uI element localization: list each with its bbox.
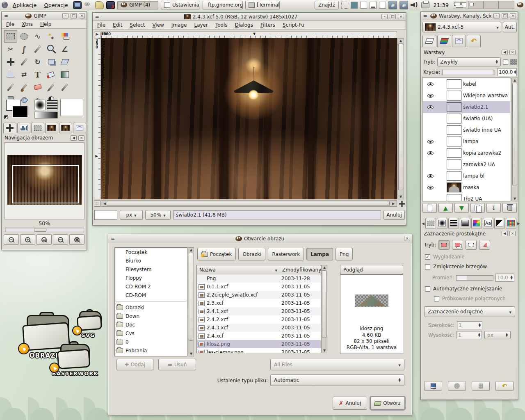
menu-operacje[interactable]: Operacje	[41, 1, 71, 9]
cancel-progress-button[interactable]: Anuluj	[383, 210, 405, 220]
close-button[interactable]: ×	[510, 13, 516, 18]
taskbar-terminal[interactable]: [Terminal]	[245, 1, 280, 9]
navigation-preview[interactable]	[7, 155, 82, 205]
rect-select[interactable]	[4, 30, 17, 43]
visibility-toggle[interactable]	[425, 105, 435, 109]
window-menu-icon[interactable]: =	[422, 13, 428, 19]
auto-button[interactable]: Aut.	[503, 22, 517, 32]
radius-slider[interactable]	[456, 275, 493, 281]
file-row[interactable]: 0.1.1.xcf 2003-11-05	[197, 283, 321, 291]
antialias-checkbox[interactable]: ✓	[425, 254, 430, 260]
tab-fonts[interactable]: Aa	[483, 218, 493, 228]
fuzzy-select[interactable]	[44, 30, 58, 43]
image-window-titlebar[interactable]: = 2.4.3.xcf-5.0 (RGB, 12 warstw) 1485x10…	[93, 13, 406, 21]
keep-transparency-checkbox[interactable]	[503, 59, 508, 65]
filters[interactable]: Filters	[257, 21, 279, 29]
open-dialog-titlebar[interactable]: = Otwarcie obrazu ×	[108, 234, 412, 243]
close-button[interactable]: ×	[398, 14, 404, 19]
file-row[interactable]: 2.3.xcf 2003-11-05	[197, 299, 321, 307]
radius-spinbox[interactable]: 10,0▲▼	[495, 274, 514, 282]
fixed-size-dropdown[interactable]: Zaznaczenie odręczne	[424, 306, 515, 317]
select[interactable]: Select	[126, 21, 148, 29]
height-spinbox[interactable]: 1▲▼	[457, 331, 482, 339]
layer-row[interactable]: kabel	[423, 78, 510, 90]
mode-intersect-button[interactable]	[479, 240, 490, 250]
script-fu[interactable]: Script-Fu	[279, 21, 308, 29]
layer-row[interactable]: lampa	[423, 136, 510, 147]
anchor-layer-button[interactable]: ↧	[486, 203, 501, 213]
view[interactable]: View	[148, 21, 167, 29]
tab-layers[interactable]	[422, 35, 436, 47]
terminal-monitor-icon[interactable]	[73, 1, 82, 9]
toolbox-titlebar[interactable]: = GIMP – □ ×	[2, 12, 87, 20]
file[interactable]: File	[94, 21, 109, 29]
mode-add-button[interactable]	[452, 240, 463, 250]
perspective[interactable]	[4, 68, 17, 81]
layer[interactable]: Layer	[190, 21, 211, 29]
cancel-button[interactable]: ✗Anuluj	[333, 397, 367, 410]
add-bookmark-button[interactable]: ✚Dodaj	[116, 359, 153, 370]
scale[interactable]	[44, 55, 58, 68]
pocz-tek[interactable]: Początek	[197, 248, 236, 260]
file-row[interactable]: Png 2003-11-28	[197, 274, 321, 283]
tab-navigation[interactable]	[3, 123, 16, 133]
file-filter-dropdown[interactable]: All Files	[270, 359, 404, 370]
preview-header-button[interactable]: Podgląd	[340, 265, 403, 274]
tab-menu-icon[interactable]: ◀	[502, 50, 508, 55]
opacity-spinbox[interactable]: 100,0▲▼	[497, 68, 517, 76]
maximize-button[interactable]: □	[71, 13, 77, 18]
pager-workspace-2[interactable]	[468, 1, 484, 9]
paintbrush[interactable]	[17, 81, 31, 94]
feather-checkbox[interactable]	[425, 264, 430, 269]
layers-titlebar[interactable]: = Warstwy, Kanały, Ścieżki, – □ ×	[421, 12, 518, 20]
measure[interactable]	[58, 43, 71, 55]
bookmark-item[interactable]: Cvs	[115, 329, 187, 338]
file[interactable]: File	[2, 20, 18, 28]
visibility-toggle[interactable]	[425, 94, 435, 98]
zoom-dropdown[interactable]: 50%	[145, 210, 171, 220]
shear[interactable]	[58, 55, 71, 68]
pager-workspace-1[interactable]	[453, 1, 468, 9]
tab-image-2[interactable]	[59, 123, 72, 133]
column-modified[interactable]: Zmodyfikowany	[280, 267, 321, 273]
mode-subtract-button[interactable]	[466, 240, 477, 250]
tab-gradients[interactable]	[460, 218, 470, 228]
default-colors-icon[interactable]	[4, 115, 8, 119]
software-icon[interactable]	[95, 1, 104, 9]
restore-options-button[interactable]	[448, 381, 466, 391]
tab-menu-icon[interactable]: ◀	[71, 135, 77, 141]
xtns[interactable]: Xtns	[18, 20, 37, 28]
layer-row[interactable]: zarowka2 UA	[423, 159, 510, 170]
sample-merged-checkbox[interactable]	[434, 296, 439, 301]
window-menu-icon[interactable]: =	[110, 236, 116, 242]
layer-mode-dropdown[interactable]: Zwykły▲▼	[437, 57, 501, 66]
tab-paths[interactable]	[452, 35, 466, 47]
tab-selection[interactable]	[31, 123, 44, 133]
layer-row[interactable]: światło inne UA	[423, 124, 510, 136]
tab-histogram[interactable]	[17, 123, 30, 133]
layer-row[interactable]: Wklejona warstwa	[423, 90, 510, 101]
help[interactable]: Help	[37, 20, 55, 28]
paths[interactable]	[17, 43, 31, 55]
horizontal-scrollbar[interactable]: ◀ ▶	[101, 200, 397, 207]
zoom-in-button[interactable]: +	[20, 234, 35, 245]
visibility-toggle[interactable]	[425, 151, 435, 155]
visibility-toggle[interactable]	[425, 140, 435, 144]
opacity-slider[interactable]	[442, 70, 495, 75]
place-item[interactable]: Floppy	[115, 274, 187, 282]
width-spinbox[interactable]: 1▲▼	[457, 321, 482, 329]
visibility-toggle[interactable]	[425, 174, 435, 178]
workspace-box-5[interactable]	[379, 2, 386, 9]
zoom-fit-button[interactable]: ⌐	[53, 234, 68, 245]
bookmark-item[interactable]: Doc	[115, 320, 187, 329]
image[interactable]: Image	[168, 21, 191, 29]
crop[interactable]	[17, 55, 31, 68]
image-selector-dropdown[interactable]: 2.4.3.xcf-5	[422, 22, 501, 32]
gimp-tray-icon[interactable]	[517, 2, 523, 7]
workspace-box-1[interactable]	[341, 2, 348, 9]
bucket-fill[interactable]	[44, 68, 58, 81]
scissors[interactable]	[4, 43, 17, 55]
select-by-color[interactable]	[58, 30, 71, 43]
file-row[interactable]: 2.4.3.xcf 2003-11-05	[197, 324, 321, 332]
obrazki[interactable]: Obrazki	[238, 248, 265, 260]
